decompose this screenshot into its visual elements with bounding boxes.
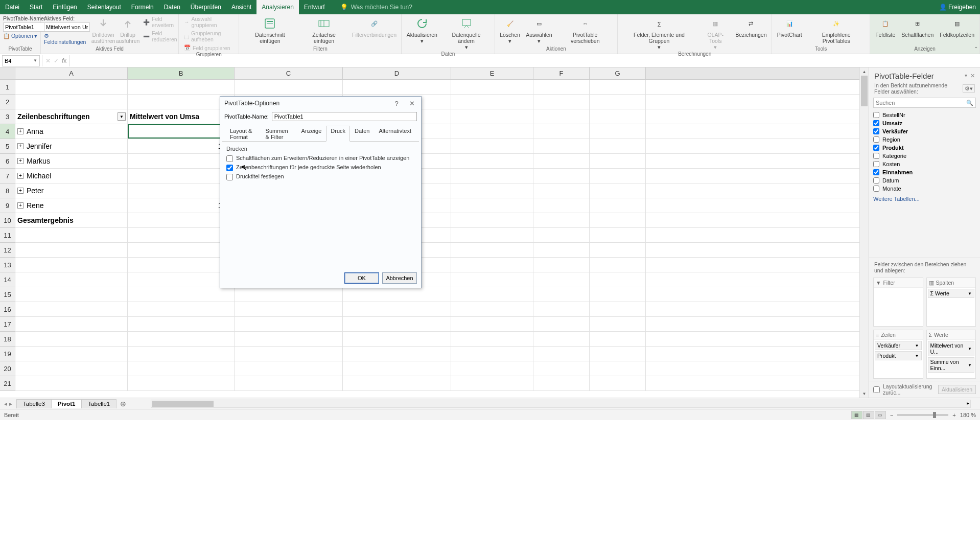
cell-G15[interactable]: [590, 287, 646, 302]
cell-F8[interactable]: [533, 183, 590, 198]
sheet-nav-last-icon[interactable]: ▸: [9, 400, 12, 407]
cell-A4[interactable]: +Anna: [15, 124, 128, 139]
field-settings-button[interactable]: ⚙ Feldeinstellungen: [44, 33, 90, 45]
cell-F11[interactable]: [533, 228, 590, 242]
cell-G5[interactable]: [590, 139, 646, 153]
field-checkbox-region[interactable]: [873, 136, 879, 143]
field-bestellnr[interactable]: BestellNr: [873, 111, 976, 119]
share-button[interactable]: 👤 Freigeben: [939, 4, 976, 11]
select-button[interactable]: ▭Auswählen ▾: [524, 15, 554, 45]
row-header-18[interactable]: 18: [0, 332, 15, 347]
cell-A16[interactable]: [15, 302, 128, 316]
relations-button[interactable]: ⇄Beziehungen: [734, 15, 768, 39]
more-tables-link[interactable]: Weitere Tabellen...: [869, 193, 980, 205]
cell-C19[interactable]: [235, 347, 343, 361]
row-header-9[interactable]: 9: [0, 198, 15, 213]
cell-A3[interactable]: Zeilenbeschriftungen▼: [15, 109, 128, 124]
cell-F9[interactable]: [533, 198, 590, 213]
dialog-ok-button[interactable]: OK: [344, 272, 379, 284]
cell-D1[interactable]: [343, 80, 451, 94]
zoom-percent[interactable]: 180 %: [960, 412, 976, 418]
vertical-scrollbar[interactable]: ▲ ▼: [859, 67, 869, 398]
expand-icon[interactable]: +: [17, 202, 24, 209]
fields-layout-gear-icon[interactable]: ⚙▾: [963, 84, 975, 93]
row-header-7[interactable]: 7: [0, 169, 15, 183]
zoom-slider[interactable]: [897, 414, 948, 416]
cell-E9[interactable]: [451, 198, 533, 213]
field-produkt[interactable]: Produkt: [873, 144, 976, 152]
normal-view-button[interactable]: ▦: [851, 411, 862, 419]
cell-G10[interactable]: [590, 213, 646, 227]
row-header-3[interactable]: 3: [0, 109, 15, 124]
fieldlist-toggle[interactable]: 📋Feldliste: [873, 15, 897, 39]
cell-E11[interactable]: [451, 228, 533, 242]
cell-F5[interactable]: [533, 139, 590, 153]
row-header-2[interactable]: 2: [0, 95, 15, 109]
cell-B1[interactable]: [128, 80, 235, 94]
cell-G13[interactable]: [590, 258, 646, 272]
menu-tab-daten[interactable]: Daten: [159, 0, 185, 14]
cell-G18[interactable]: [590, 332, 646, 346]
name-box[interactable]: B4▼: [2, 55, 40, 66]
row-header-12[interactable]: 12: [0, 243, 15, 258]
menu-tab-datei[interactable]: Datei: [0, 0, 25, 14]
row-header-11[interactable]: 11: [0, 228, 15, 243]
cell-G2[interactable]: [590, 95, 646, 109]
cell-E4[interactable]: [451, 124, 533, 139]
cell-D17[interactable]: [343, 317, 451, 331]
cell-B20[interactable]: [128, 361, 235, 376]
row-header-16[interactable]: 16: [0, 302, 15, 317]
cell-D16[interactable]: [343, 302, 451, 316]
cell-B7[interactable]: 3,4: [128, 169, 235, 183]
cell-G19[interactable]: [590, 347, 646, 361]
cell-E10[interactable]: [451, 213, 533, 227]
page-layout-view-button[interactable]: ▤: [863, 411, 874, 419]
field-monate[interactable]: Monate: [873, 185, 976, 193]
cell-G9[interactable]: [590, 198, 646, 213]
cell-A21[interactable]: [15, 376, 128, 390]
cell-A19[interactable]: [15, 347, 128, 361]
dialog-tab-daten[interactable]: Daten: [350, 126, 374, 142]
area-item[interactable]: Σ Werte▼: [928, 289, 975, 298]
collapse-ribbon-icon[interactable]: ⌃: [974, 46, 978, 52]
timeline-button[interactable]: Zeitachse einfügen: [299, 15, 348, 45]
spreadsheet-grid[interactable]: ABCDEFG 12345678910111213141516171819202…: [0, 67, 859, 398]
cell-B21[interactable]: [128, 376, 235, 390]
calc-fields-button[interactable]: ∑Felder, Elemente und Gruppen ▾: [621, 15, 697, 51]
col-header-F[interactable]: F: [533, 67, 590, 79]
fx-icon[interactable]: fx: [62, 57, 66, 64]
cell-C17[interactable]: [235, 317, 343, 331]
cell-E5[interactable]: [451, 139, 533, 153]
add-sheet-button[interactable]: ⊕: [116, 400, 130, 408]
cell-B8[interactable]: 9,5: [128, 183, 235, 198]
expand-icon[interactable]: +: [17, 188, 24, 194]
cell-C18[interactable]: [235, 332, 343, 346]
dialog-help-button[interactable]: ?: [391, 98, 402, 108]
dialog-checkbox-0[interactable]: [226, 155, 233, 162]
cell-B9[interactable]: 16,3: [128, 198, 235, 213]
cell-D20[interactable]: [343, 361, 451, 376]
cell-F16[interactable]: [533, 302, 590, 316]
col-header-G[interactable]: G: [590, 67, 646, 79]
cell-E18[interactable]: [451, 332, 533, 346]
row-header-14[interactable]: 14: [0, 272, 15, 287]
cell-F4[interactable]: [533, 124, 590, 139]
field-checkbox-produkt[interactable]: [873, 145, 879, 151]
cell-F14[interactable]: [533, 272, 590, 287]
cell-G21[interactable]: [590, 376, 646, 390]
cell-B19[interactable]: [128, 347, 235, 361]
columns-area[interactable]: ▥SpaltenΣ Werte▼: [926, 278, 976, 327]
dialog-tab-summen---filter[interactable]: Summen & Filter: [261, 126, 297, 142]
field-checkbox-verkäufer[interactable]: [873, 128, 879, 134]
buttons-toggle[interactable]: ⊞Schaltflächen: [899, 15, 936, 39]
cell-D21[interactable]: [343, 376, 451, 390]
sheet-tab-pivot1[interactable]: Pivot1: [51, 399, 82, 408]
cell-A18[interactable]: [15, 332, 128, 346]
cell-B13[interactable]: [128, 258, 235, 272]
row-header-5[interactable]: 5: [0, 139, 15, 154]
cell-E6[interactable]: [451, 154, 533, 168]
dialog-tab-anzeige[interactable]: Anzeige: [297, 126, 326, 142]
row-header-21[interactable]: 21: [0, 376, 15, 391]
cell-G12[interactable]: [590, 243, 646, 257]
menu-tab-seitenlayout[interactable]: Seitenlayout: [82, 0, 126, 14]
